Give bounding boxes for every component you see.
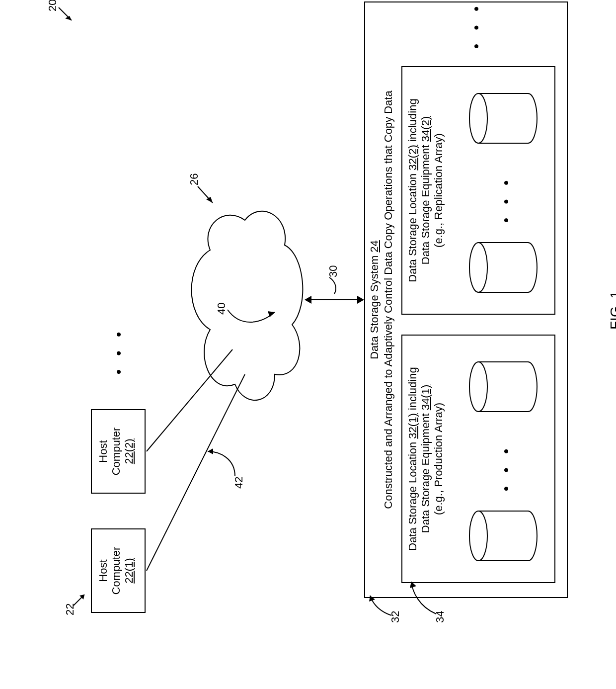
loc2-line2: Data Storage Equipment 34(2) (419, 67, 432, 314)
loc1-cyl-dots-text: • • • (498, 444, 514, 491)
loc2-cyl-dots-text: • • • (498, 175, 514, 223)
ref-34-hook (411, 579, 441, 614)
svg-point-18 (469, 93, 487, 143)
loc1-l1b: 32(1) (406, 413, 419, 438)
loc2-line3: (e.g., Replication Array) (432, 67, 445, 314)
svg-marker-11 (305, 296, 311, 304)
ref-26-arrow (198, 175, 223, 205)
figure-caption: FIG. 1 (608, 291, 616, 330)
loc2-l1c: including (406, 98, 419, 145)
cylinder-loc2-left (468, 240, 543, 295)
loc2-l1a: Data Storage Location (406, 171, 419, 282)
system-title-num: 24 (368, 240, 381, 252)
system-title: Data Storage System 24 (368, 2, 381, 597)
svg-marker-6 (208, 448, 213, 454)
loc2-l2b: 34(2) (419, 116, 432, 142)
svg-point-17 (469, 243, 487, 292)
system-title-prefix: Data Storage System (368, 253, 381, 359)
loc2-l2a: Data Storage Equipment (419, 142, 432, 264)
svg-marker-12 (357, 296, 364, 304)
system-ellipsis: • • • (468, 1, 484, 49)
loc1-l2b: 34(1) (419, 385, 432, 410)
loc1-l1c: including (406, 367, 419, 413)
ref-42-arrow (205, 439, 240, 479)
loc1-cyl-dots: • • • (498, 444, 514, 491)
loc1-line3: (e.g., Production Array) (432, 336, 445, 582)
svg-point-15 (469, 511, 487, 561)
svg-point-16 (469, 362, 487, 412)
loc1-l1a: Data Storage Location (406, 439, 419, 551)
system-dots-text: • • • (468, 1, 484, 49)
loc2-line1: Data Storage Location 32(2) including (406, 67, 419, 314)
ref-32-hook (369, 591, 394, 615)
ref-30-hook (317, 270, 342, 295)
ref-40-arrow (225, 285, 285, 335)
figure-caption-text: FIG. 1 (608, 291, 616, 330)
cylinder-loc2-right (468, 91, 543, 146)
svg-line-5 (147, 349, 232, 451)
system-subtitle: Constructed and Arranged to Adaptively C… (382, 2, 395, 597)
loc2-cyl-dots: • • • (498, 175, 514, 223)
loc1-l2a: Data Storage Equipment (419, 410, 432, 533)
loc1-line1: Data Storage Location 32(1) including (406, 336, 419, 582)
svg-marker-8 (206, 197, 213, 203)
cylinder-loc1-right (468, 359, 543, 414)
loc1-line2: Data Storage Equipment 34(1) (419, 336, 432, 582)
cylinder-loc1-left (468, 509, 543, 563)
loc2-l1b: 32(2) (406, 145, 419, 170)
